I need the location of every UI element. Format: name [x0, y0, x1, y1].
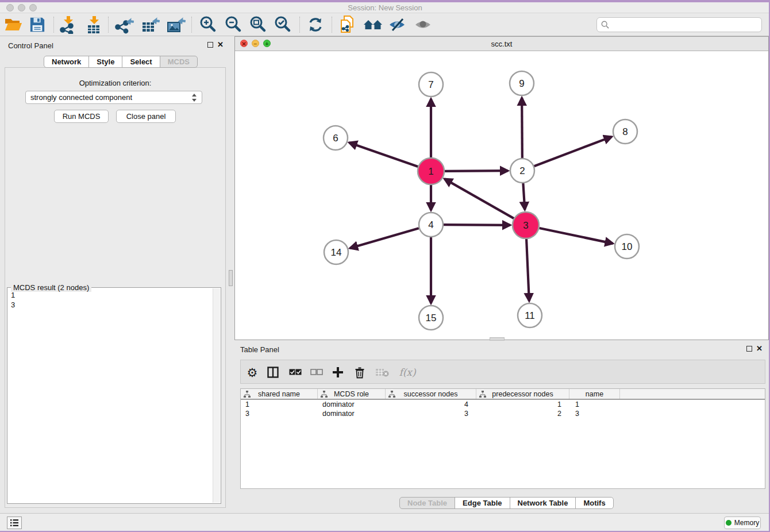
toolbar-search-field[interactable]: [596, 17, 762, 32]
graph-edge-2-9[interactable]: [522, 98, 522, 158]
hide-details-button[interactable]: [387, 16, 409, 34]
graph-node-label: 6: [333, 133, 338, 144]
graph-edge-2-3[interactable]: [523, 183, 525, 210]
graph-node-label: 1: [428, 166, 433, 177]
delete-table-button-disabled: [373, 363, 391, 381]
zoom-in-button[interactable]: [197, 16, 219, 34]
graph-edge-4-14[interactable]: [350, 228, 419, 248]
result-scrollbar[interactable]: [213, 288, 220, 503]
control-panel-close-icon[interactable]: ✕: [217, 42, 224, 48]
tab-motifs[interactable]: Motifs: [575, 497, 613, 509]
column-header-successor-nodes[interactable]: successor nodes: [386, 389, 476, 399]
cell-successor-nodes[interactable]: 3: [386, 409, 476, 418]
open-session-button[interactable]: [2, 16, 24, 34]
cell-predecessor-nodes[interactable]: 2: [476, 409, 569, 418]
column-header-mcds-role[interactable]: MCDS role: [318, 389, 386, 399]
network-minimize-button[interactable]: −: [252, 40, 259, 47]
home-layout-button[interactable]: [362, 16, 384, 34]
tab-style[interactable]: Style: [88, 56, 122, 68]
graph-edge-4-3[interactable]: [444, 225, 510, 225]
cell-successor-nodes[interactable]: 4: [386, 400, 476, 409]
control-panel-float-icon[interactable]: [207, 42, 213, 48]
horizontal-splitter-grip[interactable]: [490, 337, 505, 341]
network-maximize-button[interactable]: +: [263, 40, 271, 47]
show-columns-button[interactable]: [264, 363, 282, 381]
delete-column-button[interactable]: [351, 363, 369, 381]
graph-edge-3-11[interactable]: [526, 239, 529, 301]
cell-name[interactable]: 3: [569, 409, 620, 418]
show-details-button[interactable]: [413, 16, 434, 34]
create-column-button[interactable]: [329, 363, 347, 381]
close-panel-button[interactable]: Close panel: [116, 110, 176, 123]
cell-name[interactable]: 1: [569, 400, 620, 409]
table-panel-float-icon[interactable]: [746, 346, 752, 352]
trash-icon: [355, 367, 365, 379]
graph-edge-2-8[interactable]: [534, 137, 612, 166]
vertical-splitter-grip[interactable]: [229, 270, 233, 286]
export-network-button[interactable]: [114, 16, 136, 34]
memory-label: Memory: [734, 519, 759, 527]
tab-mcds[interactable]: MCDS: [160, 56, 198, 68]
tab-edge-table[interactable]: Edge Table: [455, 497, 510, 509]
window-minimize-button[interactable]: [18, 4, 25, 11]
run-mcds-button[interactable]: Run MCDS: [54, 110, 109, 123]
select-all-columns-button[interactable]: [286, 363, 305, 381]
memory-status-dot: [726, 520, 732, 526]
import-network-button[interactable]: [57, 16, 79, 34]
search-input[interactable]: [611, 19, 761, 30]
window-zoom-button[interactable]: [29, 4, 37, 11]
hierarchy-icon: [388, 391, 395, 398]
app-title: Session: New Session: [0, 2, 770, 13]
zoom-out-button[interactable]: [222, 16, 244, 34]
graph-edge-1-6[interactable]: [349, 142, 418, 167]
desktop-edge-top: [0, 0, 770, 2]
refresh-button[interactable]: [305, 16, 326, 34]
task-history-button[interactable]: [7, 516, 22, 529]
column-header-predecessor-nodes[interactable]: predecessor nodes: [476, 389, 569, 399]
clone-network-button[interactable]: [337, 16, 359, 34]
graph-node-label: 3: [523, 220, 528, 231]
table-panel-close-icon[interactable]: ✕: [756, 346, 763, 352]
tab-node-table[interactable]: Node Table: [399, 497, 455, 509]
window-close-button[interactable]: [6, 4, 14, 11]
table-row[interactable]: 3 dominator 3 2 3: [241, 409, 765, 418]
tab-network[interactable]: Network: [44, 56, 89, 68]
mcds-result-box: MCDS result (2 nodes) 1 3: [7, 287, 221, 504]
table-options-button[interactable]: ⚙: [243, 363, 261, 381]
export-network-icon: [115, 16, 134, 34]
table-row[interactable]: 1 dominator 4 1 1: [241, 400, 765, 409]
graph-edge-3-10[interactable]: [539, 228, 613, 244]
zoom-selected-icon: [274, 16, 292, 34]
export-table-button[interactable]: [140, 16, 161, 34]
control-panel-title: Control Panel: [8, 41, 53, 50]
import-table-button[interactable]: [83, 16, 105, 34]
cell-mcds-role[interactable]: dominator: [318, 409, 386, 418]
network-canvas[interactable]: 7968124314101511: [235, 51, 768, 340]
zoom-fit-button[interactable]: [247, 16, 269, 34]
column-header-name[interactable]: name: [569, 389, 620, 399]
toolbar-separator: [108, 17, 109, 33]
mcds-result-line: 3: [11, 300, 15, 310]
toolbar-separator: [191, 17, 192, 33]
cell-shared-name[interactable]: 1: [241, 400, 318, 409]
unselect-all-columns-button[interactable]: [307, 363, 326, 381]
cell-predecessor-nodes[interactable]: 1: [476, 400, 569, 409]
criterion-select[interactable]: strongly connected component: [25, 91, 202, 104]
graph-edge-1-2[interactable]: [445, 171, 508, 171]
export-image-button[interactable]: [165, 16, 187, 34]
network-close-button[interactable]: ✕: [240, 40, 248, 47]
cell-mcds-role[interactable]: dominator: [318, 400, 386, 409]
zoom-selected-button[interactable]: [272, 16, 294, 34]
graph-edge-3-1[interactable]: [444, 179, 514, 218]
memory-button[interactable]: Memory: [724, 516, 761, 529]
cell-shared-name[interactable]: 3: [241, 409, 318, 418]
copy-network-document-icon: [338, 15, 357, 34]
column-header-shared-name[interactable]: shared name: [241, 389, 318, 399]
select-stepper-icon: [191, 93, 197, 102]
tab-network-table[interactable]: Network Table: [510, 497, 576, 509]
node-table[interactable]: shared name MCDS role successor nodes pr…: [240, 388, 765, 489]
tab-select[interactable]: Select: [122, 56, 160, 68]
column-label: MCDS role: [334, 390, 369, 398]
network-graph[interactable]: 7968124314101511: [235, 51, 768, 340]
save-session-button[interactable]: [26, 16, 48, 34]
